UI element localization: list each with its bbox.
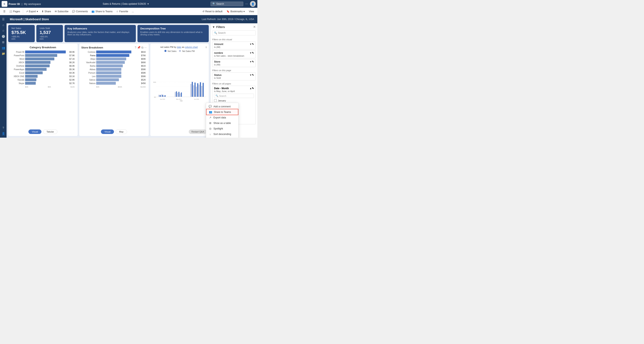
sort-ascending-menu-item[interactable]: ↑ Sort ascending [206,137,238,138]
svg-rect-10 [164,95,164,97]
store-more-icon[interactable]: ··· [144,46,147,49]
more-icon: ... [132,10,134,13]
favorite-btn[interactable]: ☆ Favorite [114,9,130,14]
share-teams-toolbar-btn[interactable]: 👥 Share to Teams [90,9,114,14]
svg-rect-19 [192,82,193,97]
category-tabular-btn[interactable]: Tabular [43,129,58,134]
store-bar-4 [96,64,123,67]
store-bar-label-2: Aliqui [82,58,96,60]
month-january[interactable]: January [214,99,254,102]
qna-info-icon[interactable]: ℹ [206,46,207,49]
hamburger-btn[interactable]: ☰ [2,9,7,14]
user-avatar[interactable]: 👤 [250,1,256,7]
export-data-menu-item[interactable]: ↗ Export data [206,115,238,120]
pages-btn[interactable]: ⬜ Pages [8,9,22,14]
sidebar-icon-workspaces[interactable]: 📁 [1,51,6,56]
share-to-teams-menu-item[interactable]: 👥 Share to Teams [206,109,238,115]
export-icon: ↗ [26,10,28,13]
store-bar-value-1: $76K [141,54,146,57]
sidebar-icon-recent[interactable]: 🕐 [1,34,6,39]
bookmarks-btn[interactable]: 🔖 Bookmarks ▾ [225,9,246,14]
store-copy-icon[interactable]: ⧉ [141,46,144,49]
comments-btn[interactable]: 💬 Comments [70,9,90,14]
svg-text:Apr 2019: Apr 2019 [160,99,165,100]
store-bar-container-3 [96,61,140,64]
dropdown-arrow[interactable]: ▾ [148,3,149,5]
reset-btn[interactable]: ↺ Reset to default [201,9,224,14]
feature-cards: Key Influencers Analyzes your data, rank… [64,25,209,42]
bar-value-7: $3.1K [70,75,75,78]
store-bar-label-7: Leo [82,75,96,78]
subscribe-btn[interactable]: ✉ Subscribe [53,9,70,14]
pages-icon: ⬜ [9,10,12,13]
bar-label-0: Power BI [11,51,24,53]
sidebar-icon-profile[interactable]: 👤 [1,131,6,136]
filters-on-visual-label: Filters on this visual [212,38,256,41]
sidebar-icon-favorites[interactable]: ☆ [1,28,6,33]
january-checkbox[interactable] [214,99,217,102]
reset-icon: ↺ [202,10,204,13]
status-filter[interactable]: Status ▾ ✎ is Sold [212,72,256,80]
sort-descending-menu-item[interactable]: ↓ Sort descending [206,131,238,137]
bar-label-6: Excel [11,72,24,74]
store-bar-container-2 [96,58,140,60]
sidebar-icon-menu[interactable]: ☰ [1,17,6,22]
more-options-btn[interactable]: ··· [245,2,248,6]
filters-on-all-label: Filters on all pages [212,82,256,85]
store-help-icon[interactable]: ? [135,46,136,49]
sidebar-icon-apps[interactable]: ⊞ [1,40,6,45]
status-filter-value: is Sold [214,77,254,79]
export-btn[interactable]: ↗ Export ▾ [24,9,40,14]
charts-area: Net Sales $75.5K +988.4% m/m Units Sold … [6,23,210,138]
bar-row-powerapps: PowerApps $5.3K [11,68,75,71]
bar-3 [25,61,50,64]
share-btn[interactable]: ⬆ Share [40,9,53,14]
view-btn[interactable]: View [247,9,256,14]
bar-row-excel: Excel $4.3K [11,71,75,74]
app-logo[interactable]: C Power BI | My workspace [2,1,41,7]
legend-net-sales-dot [164,50,166,52]
store-bar-value-8: $52K [141,79,146,81]
month-search[interactable]: 🔍 Search [214,94,254,98]
store-filter[interactable]: Store ▾ ✎ is (All) [212,59,256,67]
date-month-header[interactable]: Date - Month ▴ ✎ [214,87,254,90]
show-as-table-menu-item[interactable]: ⊞ Show as a table [206,120,238,126]
decomp-tree-card[interactable]: Decomposition Tree Enables users to dril… [138,25,209,42]
units-sold-label: Units Sold [40,27,60,30]
store-bar-3 [96,61,125,64]
store-pin-icon[interactable]: 📌 [137,46,140,49]
spotlight-menu-item[interactable]: ◎ Spotlight [206,126,238,131]
store-bar-value-0: $81K [141,51,146,53]
sidebar-icon-shared[interactable]: 👥 [1,45,6,50]
amount-filter-value: is (All) [214,46,254,48]
store-bar-container-8 [96,78,140,81]
sidebar-icon-home[interactable]: ⌂ [1,23,6,27]
nombre-filter[interactable]: nombre ▾ ✎ is Net sales - store breakdow… [212,50,256,58]
qna-legend: Net Sales Net Sales PM [152,50,207,52]
more-btn[interactable]: ... [130,9,136,14]
store-chevron: ▾ ✎ [250,60,254,63]
restart-qa-btn[interactable]: Restart Q&A [189,129,207,134]
add-comment-menu-item[interactable]: 💬 Add a comment [206,104,238,109]
store-map-btn[interactable]: Map [116,129,127,134]
amount-filter[interactable]: Amount ▾ ✎ is (All) [212,42,256,50]
bar-label-9: Skype [11,82,24,84]
bar-label-3: XBOX [11,61,24,64]
store-bar-container-4 [96,64,140,67]
store-visual-btn[interactable]: Visual [101,129,114,134]
filter-search-box[interactable]: 🔍 Search [212,31,256,35]
global-search[interactable]: 🔍 Search [210,2,243,6]
nombre-filter-value: is Net sales - store breakdown [214,55,254,57]
svg-rect-25 [200,82,201,97]
key-influencers-card[interactable]: Key Influencers Analyzes your data, rank… [64,25,136,42]
sidebar-icon-learn[interactable]: ? [1,125,6,130]
kpi-feature-row: Net Sales $75.5K +988.4% m/m Units Sold … [8,25,209,42]
toolbar: ☰ ⬜ Pages ↗ Export ▾ ⬆ Share ✉ Subscribe… [0,8,257,15]
store-bar-8 [96,78,119,81]
category-visual-btn[interactable]: Visual [28,129,42,134]
store-bar-label-3: VanArsdel [82,61,96,64]
workspace-name[interactable]: My workspace [24,3,41,6]
svg-rect-9 [162,95,163,97]
report-name: Sales & Returns [103,3,120,5]
filters-close-icon[interactable]: ✕ [253,25,256,29]
